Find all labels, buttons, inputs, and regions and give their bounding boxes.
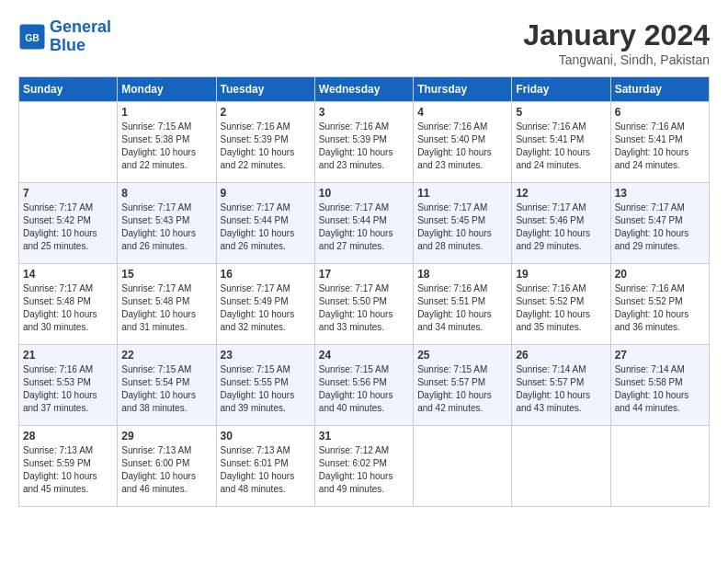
month-year: January 2024 (523, 18, 710, 52)
day-number: 31 (319, 430, 409, 442)
calendar-cell: 7 Sunrise: 7:17 AM Sunset: 5:42 PM Dayli… (19, 183, 118, 264)
header-row: SundayMondayTuesdayWednesdayThursdayFrid… (19, 77, 710, 102)
day-number: 6 (615, 106, 705, 119)
cell-info: Sunrise: 7:16 AM Sunset: 5:39 PM Dayligh… (221, 121, 311, 172)
calendar-cell: 14 Sunrise: 7:17 AM Sunset: 5:48 PM Dayl… (19, 264, 118, 345)
day-number: 15 (121, 268, 211, 281)
calendar-cell: 25 Sunrise: 7:15 AM Sunset: 5:57 PM Dayl… (414, 345, 512, 426)
cell-info: Sunrise: 7:17 AM Sunset: 5:46 PM Dayligh… (516, 201, 606, 253)
day-number: 4 (417, 106, 507, 119)
day-number: 5 (516, 106, 606, 119)
day-number: 24 (319, 349, 409, 362)
cell-info: Sunrise: 7:13 AM Sunset: 5:59 PM Dayligh… (23, 444, 113, 496)
calendar-cell: 6 Sunrise: 7:16 AM Sunset: 5:41 PM Dayli… (610, 102, 709, 183)
logo-icon: GB (18, 23, 46, 51)
cell-info: Sunrise: 7:15 AM Sunset: 5:54 PM Dayligh… (121, 363, 211, 415)
cell-info: Sunrise: 7:15 AM Sunset: 5:38 PM Dayligh… (121, 121, 211, 172)
day-number: 18 (417, 268, 507, 281)
column-header-tuesday: Tuesday (216, 77, 314, 102)
page-header: GB General Blue January 2024 Tangwani, S… (18, 18, 710, 67)
svg-text:GB: GB (25, 31, 40, 42)
calendar-cell: 16 Sunrise: 7:17 AM Sunset: 5:49 PM Dayl… (216, 264, 314, 345)
day-number: 10 (319, 187, 409, 200)
day-number: 7 (23, 187, 113, 200)
location: Tangwani, Sindh, Pakistan (523, 52, 710, 67)
day-number: 30 (221, 430, 311, 442)
calendar-cell: 24 Sunrise: 7:15 AM Sunset: 5:56 PM Dayl… (314, 345, 413, 426)
calendar-cell: 18 Sunrise: 7:16 AM Sunset: 5:51 PM Dayl… (414, 264, 512, 345)
cell-info: Sunrise: 7:16 AM Sunset: 5:53 PM Dayligh… (23, 363, 113, 415)
calendar-cell: 19 Sunrise: 7:16 AM Sunset: 5:52 PM Dayl… (512, 264, 610, 345)
cell-info: Sunrise: 7:14 AM Sunset: 5:57 PM Dayligh… (516, 363, 606, 415)
cell-info: Sunrise: 7:13 AM Sunset: 6:00 PM Dayligh… (121, 444, 211, 496)
cell-info: Sunrise: 7:17 AM Sunset: 5:49 PM Dayligh… (221, 282, 311, 334)
day-number: 26 (516, 349, 606, 362)
column-header-sunday: Sunday (19, 77, 118, 102)
calendar-cell: 30 Sunrise: 7:13 AM Sunset: 6:01 PM Dayl… (216, 426, 314, 507)
calendar-cell: 10 Sunrise: 7:17 AM Sunset: 5:44 PM Dayl… (314, 183, 413, 264)
day-number: 2 (221, 106, 311, 119)
week-row-4: 21 Sunrise: 7:16 AM Sunset: 5:53 PM Dayl… (19, 345, 710, 426)
cell-info: Sunrise: 7:17 AM Sunset: 5:47 PM Dayligh… (615, 201, 705, 253)
day-number: 21 (23, 349, 113, 362)
day-number: 12 (516, 187, 606, 200)
day-number: 3 (319, 106, 409, 119)
calendar-cell (414, 426, 512, 507)
cell-info: Sunrise: 7:16 AM Sunset: 5:52 PM Dayligh… (516, 282, 606, 334)
week-row-5: 28 Sunrise: 7:13 AM Sunset: 5:59 PM Dayl… (19, 426, 710, 507)
day-number: 20 (615, 268, 705, 281)
week-row-1: 1 Sunrise: 7:15 AM Sunset: 5:38 PM Dayli… (19, 102, 710, 183)
calendar-cell: 27 Sunrise: 7:14 AM Sunset: 5:58 PM Dayl… (610, 345, 709, 426)
day-number: 22 (121, 349, 211, 362)
cell-info: Sunrise: 7:16 AM Sunset: 5:51 PM Dayligh… (417, 282, 507, 334)
cell-info: Sunrise: 7:17 AM Sunset: 5:48 PM Dayligh… (121, 282, 211, 334)
calendar-cell: 15 Sunrise: 7:17 AM Sunset: 5:48 PM Dayl… (118, 264, 216, 345)
day-number: 23 (221, 349, 311, 362)
logo-line1: General (50, 17, 111, 36)
logo: GB General Blue (18, 18, 111, 55)
calendar-cell: 31 Sunrise: 7:12 AM Sunset: 6:02 PM Dayl… (314, 426, 413, 507)
cell-info: Sunrise: 7:13 AM Sunset: 6:01 PM Dayligh… (221, 444, 311, 496)
title-block: January 2024 Tangwani, Sindh, Pakistan (523, 18, 710, 67)
column-header-wednesday: Wednesday (314, 77, 413, 102)
column-header-friday: Friday (512, 77, 610, 102)
cell-info: Sunrise: 7:17 AM Sunset: 5:43 PM Dayligh… (121, 201, 211, 253)
cell-info: Sunrise: 7:17 AM Sunset: 5:45 PM Dayligh… (417, 201, 507, 253)
cell-info: Sunrise: 7:15 AM Sunset: 5:57 PM Dayligh… (417, 363, 507, 415)
cell-info: Sunrise: 7:17 AM Sunset: 5:48 PM Dayligh… (23, 282, 113, 334)
day-number: 8 (121, 187, 211, 200)
week-row-3: 14 Sunrise: 7:17 AM Sunset: 5:48 PM Dayl… (19, 264, 710, 345)
cell-info: Sunrise: 7:15 AM Sunset: 5:55 PM Dayligh… (221, 363, 311, 415)
calendar-cell: 29 Sunrise: 7:13 AM Sunset: 6:00 PM Dayl… (118, 426, 216, 507)
cell-info: Sunrise: 7:17 AM Sunset: 5:50 PM Dayligh… (319, 282, 409, 334)
day-number: 17 (319, 268, 409, 281)
calendar-cell: 2 Sunrise: 7:16 AM Sunset: 5:39 PM Dayli… (216, 102, 314, 183)
calendar-cell: 28 Sunrise: 7:13 AM Sunset: 5:59 PM Dayl… (19, 426, 118, 507)
calendar-cell: 3 Sunrise: 7:16 AM Sunset: 5:39 PM Dayli… (314, 102, 413, 183)
calendar-cell: 4 Sunrise: 7:16 AM Sunset: 5:40 PM Dayli… (414, 102, 512, 183)
calendar-cell: 13 Sunrise: 7:17 AM Sunset: 5:47 PM Dayl… (610, 183, 709, 264)
column-header-monday: Monday (118, 77, 216, 102)
logo-line2: Blue (50, 36, 85, 54)
cell-info: Sunrise: 7:16 AM Sunset: 5:41 PM Dayligh… (615, 121, 705, 172)
day-number: 13 (615, 187, 705, 200)
cell-info: Sunrise: 7:17 AM Sunset: 5:44 PM Dayligh… (221, 201, 311, 253)
calendar-cell: 17 Sunrise: 7:17 AM Sunset: 5:50 PM Dayl… (314, 264, 413, 345)
column-header-thursday: Thursday (414, 77, 512, 102)
day-number: 29 (121, 430, 211, 442)
week-row-2: 7 Sunrise: 7:17 AM Sunset: 5:42 PM Dayli… (19, 183, 710, 264)
day-number: 11 (417, 187, 507, 200)
calendar-cell: 23 Sunrise: 7:15 AM Sunset: 5:55 PM Dayl… (216, 345, 314, 426)
cell-info: Sunrise: 7:12 AM Sunset: 6:02 PM Dayligh… (319, 444, 409, 496)
cell-info: Sunrise: 7:16 AM Sunset: 5:39 PM Dayligh… (319, 121, 409, 172)
column-header-saturday: Saturday (610, 77, 709, 102)
day-number: 14 (23, 268, 113, 281)
calendar-cell: 1 Sunrise: 7:15 AM Sunset: 5:38 PM Dayli… (118, 102, 216, 183)
day-number: 28 (23, 430, 113, 442)
calendar-cell (19, 102, 118, 183)
cell-info: Sunrise: 7:16 AM Sunset: 5:41 PM Dayligh… (516, 121, 606, 172)
cell-info: Sunrise: 7:16 AM Sunset: 5:40 PM Dayligh… (417, 121, 507, 172)
calendar-cell (512, 426, 610, 507)
calendar-cell (610, 426, 709, 507)
cell-info: Sunrise: 7:17 AM Sunset: 5:42 PM Dayligh… (23, 201, 113, 253)
